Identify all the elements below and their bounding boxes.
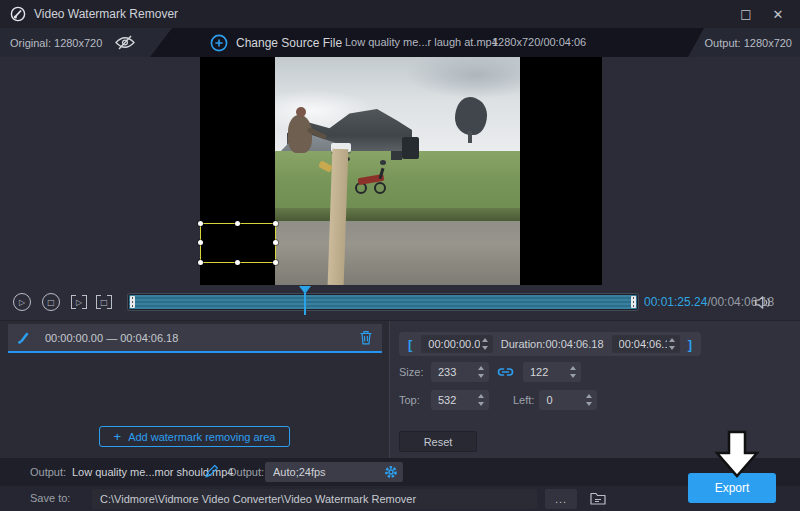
selection-handle[interactable] <box>198 221 203 226</box>
output-format-selector[interactable]: Auto;24fps <box>265 462 403 482</box>
bracket-end-button[interactable]: ] <box>688 337 692 352</box>
reset-button[interactable]: Reset <box>399 431 477 452</box>
scene-tree-trunk <box>468 131 472 143</box>
width-field <box>431 362 489 382</box>
scene-motorcycle <box>355 167 387 197</box>
width-input[interactable] <box>431 366 476 378</box>
top-bar: Original: 1280x720 Change Source File Lo… <box>0 28 800 57</box>
size-row: Size: <box>399 362 581 382</box>
start-time-input[interactable] <box>421 338 479 350</box>
end-time-stepper[interactable] <box>667 337 678 351</box>
playhead-line <box>304 293 306 315</box>
selection-handle[interactable] <box>273 221 278 226</box>
save-to-row: Save to: ... <box>0 486 800 511</box>
original-resolution-tab: Original: 1280x720 <box>0 28 172 57</box>
scene-tree <box>455 97 487 135</box>
pencil-icon <box>204 464 219 479</box>
left-input[interactable] <box>539 394 584 406</box>
left-field <box>539 390 597 410</box>
height-stepper[interactable] <box>568 365 579 379</box>
selection-handle[interactable] <box>273 240 278 245</box>
scene-pond <box>275 221 520 285</box>
selection-handle[interactable] <box>198 260 203 265</box>
width-stepper[interactable] <box>476 365 487 379</box>
selection-handle[interactable] <box>198 240 203 245</box>
top-stepper[interactable] <box>476 393 487 407</box>
start-time-field <box>421 335 492 353</box>
end-time-input[interactable] <box>612 338 667 350</box>
trim-handle-left[interactable] <box>130 296 135 308</box>
format-settings-button[interactable] <box>383 464 399 480</box>
timeline-track[interactable] <box>128 294 638 310</box>
delete-track-button[interactable] <box>359 330 373 345</box>
top-label: Top: <box>399 394 431 406</box>
link-dimensions-button[interactable] <box>497 366 514 378</box>
selection-handle[interactable] <box>235 221 240 226</box>
app-title: Video Watermark Remover <box>34 7 178 21</box>
end-time-field <box>612 335 680 353</box>
trim-handle-right[interactable] <box>631 296 636 308</box>
add-watermark-area-label: Add watermark removing area <box>128 431 275 443</box>
link-icon <box>497 366 514 378</box>
change-source-file-label: Change Source File <box>236 36 342 50</box>
height-input[interactable] <box>523 366 568 378</box>
close-button[interactable]: ✕ <box>764 0 792 28</box>
stop-button[interactable]: □ <box>42 293 60 311</box>
play-button[interactable]: ▷ <box>13 293 31 311</box>
playhead[interactable] <box>299 286 311 316</box>
rename-output-button[interactable] <box>204 464 219 483</box>
bracket-start-button[interactable]: [ <box>408 337 412 352</box>
stop-segment-button[interactable]: □ <box>96 295 112 309</box>
app-logo-icon <box>10 6 26 22</box>
hide-watermark-toggle[interactable] <box>114 35 136 50</box>
selection-handle[interactable] <box>235 260 240 265</box>
scene-tractor <box>402 137 419 159</box>
plus-circle-icon <box>210 34 228 52</box>
save-path-field <box>92 489 537 509</box>
add-watermark-area-button[interactable]: + Add watermark removing area <box>99 426 291 447</box>
scene-person <box>288 115 312 153</box>
left-stepper[interactable] <box>584 393 595 407</box>
change-source-file-button[interactable]: Change Source File <box>210 28 342 57</box>
volume-button[interactable] <box>754 295 771 314</box>
watermark-track-row[interactable]: 00:00:00.00 — 00:04:06.18 <box>8 324 382 353</box>
video-frame <box>275 57 520 285</box>
video-preview <box>200 57 602 285</box>
watermark-list-panel: 00:00:00.00 — 00:04:06.18 + Add watermar… <box>0 321 390 458</box>
preview-stage <box>0 57 800 285</box>
plus-icon: + <box>114 429 122 444</box>
play-segment-button[interactable]: ▷ <box>71 295 87 309</box>
gear-icon <box>383 464 399 480</box>
track-range-label: 00:00:00.00 — 00:04:06.18 <box>45 332 178 344</box>
left-label: Left: <box>513 394 534 406</box>
loaded-file-name: Low quality me...r laugh at.mp4 <box>345 36 498 48</box>
bottom-bar: Output: Low quality me...mor should.mp4 … <box>0 458 800 511</box>
output-name-label: Output: <box>30 466 66 478</box>
start-time-stepper[interactable] <box>480 337 491 351</box>
duration-label: Duration:00:04:06.18 <box>501 338 604 350</box>
scene-person-head <box>296 107 306 117</box>
export-button[interactable]: Export <box>688 473 776 503</box>
original-resolution-label: Original: 1280x720 <box>10 37 102 49</box>
eye-off-icon <box>114 35 136 50</box>
brush-icon <box>16 330 31 345</box>
folder-icon <box>589 490 607 506</box>
open-folder-button[interactable] <box>589 490 607 510</box>
position-row: Top: Left: <box>399 390 597 410</box>
browse-button[interactable]: ... <box>545 489 577 509</box>
current-time-label: 00:01:25.24 <box>644 295 707 309</box>
scene-field <box>275 151 520 211</box>
output-resolution-label: Output: 1280x720 <box>705 37 792 49</box>
top-input[interactable] <box>431 394 476 406</box>
trash-icon <box>359 330 373 345</box>
selection-handle[interactable] <box>273 260 278 265</box>
output-resolution-tab: Output: 1280x720 <box>688 28 800 57</box>
time-range-row: [ Duration:00:04:06.18 ] <box>399 332 701 356</box>
size-label: Size: <box>399 366 431 378</box>
title-bar: Video Watermark Remover □ ✕ <box>0 0 800 28</box>
maximize-button[interactable]: □ <box>732 0 760 28</box>
scene-trailer <box>391 151 402 160</box>
scene-animal <box>380 160 386 165</box>
watermark-selection-box[interactable] <box>200 223 276 263</box>
save-path-input[interactable] <box>92 489 537 509</box>
